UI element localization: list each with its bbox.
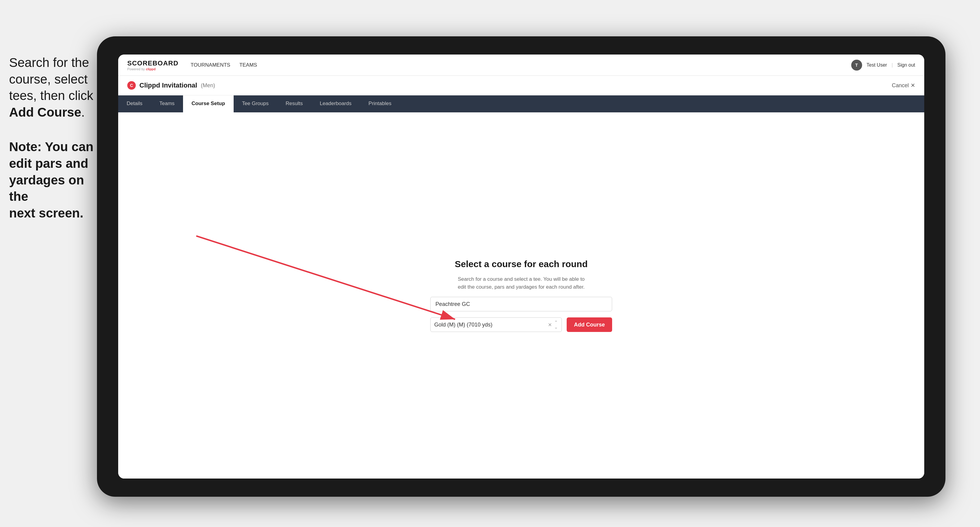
navbar: SCOREBOARD Powered by clippd TOURNAMENTS… bbox=[118, 54, 924, 76]
tab-tee-groups[interactable]: Tee Groups bbox=[234, 95, 277, 113]
add-course-button[interactable]: Add Course bbox=[567, 317, 612, 332]
svg-line-1 bbox=[196, 236, 455, 319]
cancel-button[interactable]: Cancel ✕ bbox=[892, 82, 915, 89]
section-description: Search for a course and select a tee. Yo… bbox=[455, 275, 588, 291]
logo-area: SCOREBOARD Powered by clippd bbox=[127, 59, 178, 71]
course-search-input[interactable] bbox=[430, 297, 612, 311]
tee-select-text: Gold (M) (M) (7010 yds) bbox=[434, 322, 548, 328]
tee-dropdown-arrow[interactable]: ⌃⌄ bbox=[554, 320, 558, 330]
tournament-name: Clippd Invitational bbox=[139, 81, 197, 89]
tee-clear-button[interactable]: ✕ bbox=[548, 322, 552, 328]
course-select-container: Select a course for each round Search fo… bbox=[430, 259, 612, 332]
tournament-icon: C bbox=[127, 81, 136, 90]
tab-results[interactable]: Results bbox=[277, 95, 311, 113]
user-avatar: T bbox=[851, 60, 862, 71]
tab-course-setup[interactable]: Course Setup bbox=[183, 95, 234, 113]
nav-links: TOURNAMENTS TEAMS bbox=[191, 60, 851, 70]
tournament-gender: (Men) bbox=[201, 83, 215, 89]
annotation-text: Search for the course, select tees, then… bbox=[9, 54, 94, 221]
section-title: Select a course for each round bbox=[455, 259, 587, 269]
tournament-title-area: C Clippd Invitational (Men) bbox=[127, 81, 215, 90]
tab-details[interactable]: Details bbox=[118, 95, 151, 113]
nav-teams[interactable]: TEAMS bbox=[239, 60, 257, 70]
tab-printables[interactable]: Printables bbox=[360, 95, 400, 113]
tab-teams[interactable]: Teams bbox=[151, 95, 183, 113]
tablet-screen: SCOREBOARD Powered by clippd TOURNAMENTS… bbox=[118, 54, 924, 479]
nav-tournaments[interactable]: TOURNAMENTS bbox=[191, 60, 230, 70]
tab-leaderboards[interactable]: Leaderboards bbox=[311, 95, 360, 113]
tournament-header: C Clippd Invitational (Men) Cancel ✕ bbox=[118, 76, 924, 95]
tee-select-wrapper[interactable]: Gold (M) (M) (7010 yds) ✕ ⌃⌄ bbox=[430, 317, 562, 332]
nav-user-text: Test User bbox=[867, 62, 887, 68]
tab-bar: Details Teams Course Setup Tee Groups Re… bbox=[118, 95, 924, 113]
logo-title: SCOREBOARD bbox=[127, 59, 178, 67]
main-content: Select a course for each round Search fo… bbox=[118, 113, 924, 479]
tablet-shell: SCOREBOARD Powered by clippd TOURNAMENTS… bbox=[97, 37, 945, 497]
tee-select-row: Gold (M) (M) (7010 yds) ✕ ⌃⌄ Add Course bbox=[430, 317, 612, 332]
logo-subtitle: Powered by clippd bbox=[127, 67, 178, 71]
sign-out-link[interactable]: Sign out bbox=[897, 62, 915, 68]
nav-right: T Test User | Sign out bbox=[851, 60, 915, 71]
